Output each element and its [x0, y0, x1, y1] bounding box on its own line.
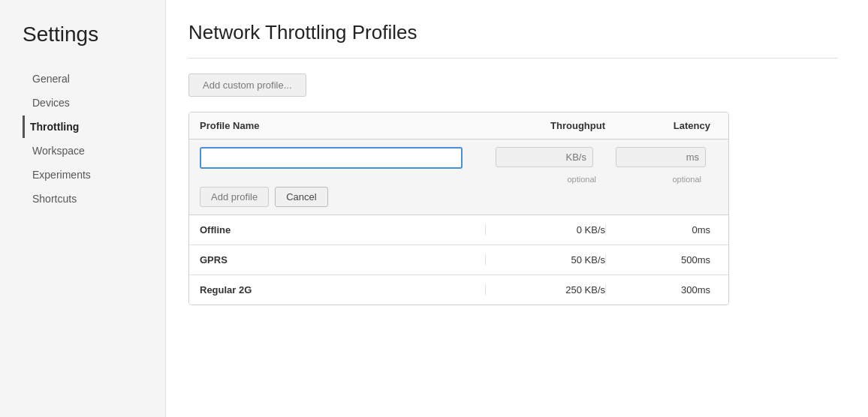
- sidebar-item-label: Workspace: [32, 145, 85, 157]
- table-row: Regular 2G 250 KB/s 300ms: [189, 275, 728, 304]
- header-profile-name: Profile Name: [200, 120, 485, 131]
- add-profile-button[interactable]: Add profile: [200, 187, 269, 207]
- add-custom-profile-button[interactable]: Add custom profile...: [188, 74, 306, 97]
- throughput-cell: [485, 147, 605, 169]
- profiles-table: Profile Name Throughput Latency: [188, 112, 729, 305]
- row-throughput: 250 KB/s: [485, 284, 605, 296]
- sidebar-title: Settings: [23, 22, 165, 46]
- profile-name-input[interactable]: [200, 147, 463, 169]
- profile-name-cell: [200, 147, 485, 169]
- throughput-optional-label: optional: [485, 175, 605, 184]
- sidebar-item-shortcuts[interactable]: Shortcuts: [23, 188, 165, 210]
- sidebar-item-general[interactable]: General: [23, 68, 165, 90]
- header-throughput: Throughput: [485, 120, 605, 131]
- table-row: Offline 0 KB/s 0ms: [189, 215, 728, 245]
- row-throughput: 50 KB/s: [485, 254, 605, 266]
- row-latency: 0ms: [605, 224, 710, 236]
- header-divider: [188, 58, 838, 58]
- sidebar-item-devices[interactable]: Devices: [23, 92, 165, 114]
- optional-labels: optional optional: [200, 175, 718, 184]
- sidebar: Settings General Devices Throttling Work…: [0, 0, 165, 417]
- page-title: Network Throttling Profiles: [188, 21, 838, 44]
- new-profile-actions: Add profile Cancel: [200, 187, 718, 207]
- main-content: Network Throttling Profiles Add custom p…: [165, 0, 868, 417]
- row-latency: 500ms: [605, 254, 710, 266]
- latency-cell: [605, 147, 710, 169]
- header-latency: Latency: [605, 120, 710, 131]
- sidebar-item-label: Experiments: [32, 169, 91, 181]
- sidebar-item-label: Throttling: [30, 121, 79, 133]
- sidebar-item-label: Devices: [32, 97, 70, 109]
- new-profile-form-row: optional optional Add profile Cancel: [189, 140, 728, 215]
- table-row: GPRS 50 KB/s 500ms: [189, 245, 728, 275]
- row-latency: 300ms: [605, 284, 710, 296]
- sidebar-item-experiments[interactable]: Experiments: [23, 164, 165, 186]
- table-header: Profile Name Throughput Latency: [189, 112, 728, 140]
- row-name: Regular 2G: [200, 284, 485, 296]
- row-name: GPRS: [200, 254, 485, 266]
- sidebar-item-throttling[interactable]: Throttling: [23, 116, 165, 138]
- row-throughput: 0 KB/s: [485, 224, 605, 236]
- sidebar-item-label: Shortcuts: [32, 193, 77, 205]
- row-name: Offline: [200, 224, 485, 236]
- sidebar-item-label: General: [32, 73, 70, 85]
- latency-optional-label: optional: [605, 175, 710, 184]
- new-profile-inputs: [200, 147, 718, 169]
- app-container: Settings General Devices Throttling Work…: [0, 0, 868, 417]
- latency-input[interactable]: [616, 147, 706, 167]
- cancel-button[interactable]: Cancel: [275, 187, 327, 207]
- throughput-input[interactable]: [496, 147, 593, 167]
- sidebar-item-workspace[interactable]: Workspace: [23, 140, 165, 162]
